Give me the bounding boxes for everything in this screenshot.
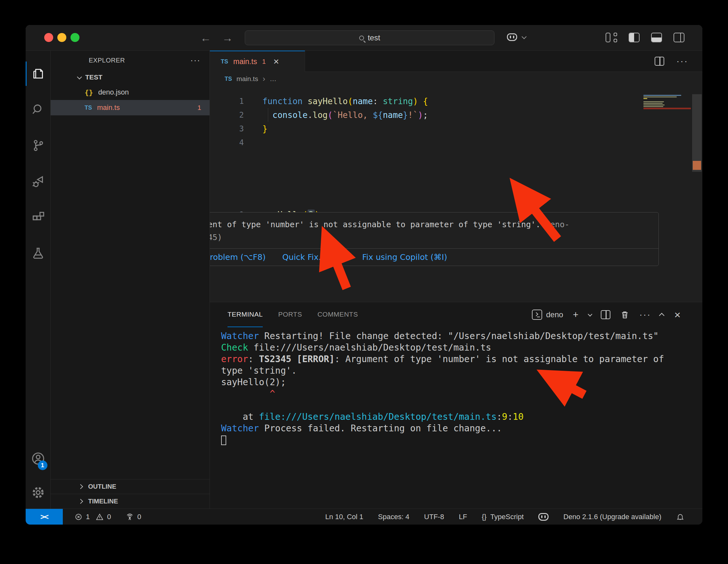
indentation[interactable]: Spaces: 4 (378, 513, 409, 521)
zoom-window-button[interactable] (70, 33, 79, 42)
terminal-dropdown-icon[interactable] (588, 312, 592, 317)
editor-tab-bar: TS main.ts 1 × ··· (210, 51, 702, 72)
breadcrumb-separator: › (263, 74, 265, 83)
problems-status[interactable]: 1 0 (74, 513, 111, 521)
breadcrumb-more[interactable]: … (270, 75, 277, 83)
breadcrumb-file[interactable]: main.ts (236, 75, 258, 83)
extensions-activity-icon[interactable] (26, 199, 51, 235)
panel-more-actions[interactable]: ··· (639, 310, 651, 320)
status-bar: >< 1 0 0 Ln 10, Col 1 Spaces: 4 UTF-8 LF… (26, 509, 702, 525)
settings-gear-icon[interactable] (26, 477, 51, 509)
command-center-search[interactable]: test (245, 30, 494, 45)
scrollbar-error-marker (693, 161, 701, 170)
tab-close-icon[interactable]: × (273, 56, 279, 67)
remote-indicator[interactable]: >< (26, 509, 63, 525)
typescript-file-icon: TS (85, 104, 92, 111)
deno-version[interactable]: Deno 2.1.6 (Upgrade available) (563, 513, 661, 521)
git-branch-icon (31, 138, 45, 153)
close-window-button[interactable] (44, 33, 53, 42)
copilot-status-icon[interactable] (538, 513, 549, 521)
search-icon (359, 36, 364, 40)
file-deno-json[interactable]: {} deno.json (51, 85, 210, 100)
nav-back-button[interactable]: ← (200, 32, 211, 44)
terminal-panel: TERMINAL PORTS COMMENTS deno + (210, 302, 702, 509)
minimap[interactable] (643, 95, 691, 110)
tab-terminal[interactable]: TERMINAL (227, 302, 263, 327)
error-count: 1 (86, 513, 90, 521)
fix-using-copilot-link[interactable]: Fix using Copilot (⌘I) (362, 253, 447, 262)
search-activity-icon[interactable] (26, 92, 51, 128)
toggle-secondary-sidebar-icon[interactable] (674, 33, 684, 42)
folder-test[interactable]: TEST (51, 70, 210, 85)
tab-label: main.ts (233, 57, 257, 66)
explorer-more-actions[interactable]: ··· (190, 55, 201, 65)
file-name: main.ts (97, 104, 120, 112)
toggle-sidebar-icon[interactable] (629, 33, 640, 42)
run-debug-activity-icon[interactable] (26, 163, 51, 199)
outline-section[interactable]: OUTLINE (51, 479, 210, 494)
typescript-file-icon: TS (225, 76, 232, 82)
account-badge: 1 (38, 460, 47, 470)
error-message: Argument of type 'number' is not assigna… (210, 212, 658, 248)
panel-header: TERMINAL PORTS COMMENTS deno + (210, 302, 702, 327)
source-control-activity-icon[interactable] (26, 128, 51, 163)
quick-fix-link[interactable]: Quick Fix... (⌘.) (282, 253, 345, 262)
bell-icon[interactable] (676, 513, 684, 521)
error-icon (74, 513, 83, 521)
section-label: TIMELINE (88, 498, 118, 505)
kill-terminal-icon[interactable] (620, 310, 630, 319)
terminal-profile-label: deno (546, 310, 563, 319)
nav-forward-button[interactable]: → (222, 32, 233, 44)
files-icon (31, 66, 45, 81)
sidebar-title: EXPLORER (89, 57, 125, 64)
file-main-ts[interactable]: TS main.ts 1 (51, 100, 210, 115)
timeline-section[interactable]: TIMELINE (51, 494, 210, 509)
chevron-right-icon (78, 499, 83, 504)
editor-scrollbar[interactable] (692, 94, 702, 172)
customize-layout-icon[interactable] (606, 33, 617, 42)
broadcast-icon (125, 512, 134, 521)
terminal-profile[interactable]: deno (532, 310, 563, 320)
code-editor[interactable]: 1function sayHello(name: string) {2 cons… (210, 86, 702, 302)
activity-bar: 1 (26, 51, 51, 509)
breadcrumb[interactable]: TS main.ts › … (210, 72, 702, 86)
minimize-window-button[interactable] (57, 33, 66, 42)
copilot-icon[interactable] (507, 33, 517, 41)
encoding[interactable]: UTF-8 (424, 513, 444, 521)
copilot-chevron-down-icon[interactable] (522, 34, 527, 39)
new-terminal-icon[interactable]: + (573, 309, 579, 320)
window-controls (44, 33, 79, 42)
accounts-icon[interactable]: 1 (26, 441, 51, 477)
toggle-panel-icon[interactable] (651, 33, 662, 42)
error-hover-tooltip: Argument of type 'number' is not assigna… (210, 212, 659, 266)
cursor-position[interactable]: Ln 10, Col 1 (325, 513, 363, 521)
eol-sequence[interactable]: LF (459, 513, 467, 521)
tab-ports[interactable]: PORTS (278, 302, 302, 327)
terminal-output[interactable]: Watcher Restarting! File change detected… (210, 327, 702, 446)
testing-activity-icon[interactable] (26, 235, 51, 271)
braces-icon: {} (482, 513, 487, 521)
explorer-activity-icon[interactable] (26, 56, 51, 92)
typescript-file-icon: TS (221, 58, 228, 65)
maximize-panel-icon[interactable] (659, 313, 665, 318)
view-problem-link[interactable]: View Problem (⌥F8) (210, 253, 266, 262)
tab-comments[interactable]: COMMENTS (318, 302, 358, 327)
section-label: OUTLINE (88, 483, 116, 490)
terminal-icon (532, 310, 542, 320)
explorer-sidebar: EXPLORER ··· TEST {} deno.json TS main.t… (51, 51, 210, 509)
chevron-down-icon (77, 74, 82, 79)
tab-main-ts[interactable]: TS main.ts 1 × (210, 51, 305, 72)
extensions-icon (31, 210, 45, 225)
search-value: test (368, 33, 380, 42)
editor-more-actions[interactable]: ··· (676, 56, 688, 66)
split-terminal-icon[interactable] (601, 310, 610, 319)
close-panel-icon[interactable]: × (674, 309, 681, 321)
warning-count: 0 (107, 513, 111, 521)
forwarded-ports-count: 0 (137, 513, 141, 521)
debug-icon (31, 174, 45, 189)
language-mode[interactable]: {} TypeScript (482, 513, 524, 521)
split-editor-icon[interactable] (655, 57, 664, 66)
folder-label: TEST (85, 73, 103, 81)
code-lines-top: 1function sayHello(name: string) {2 cons… (210, 94, 702, 149)
ports-status[interactable]: 0 (125, 512, 141, 521)
